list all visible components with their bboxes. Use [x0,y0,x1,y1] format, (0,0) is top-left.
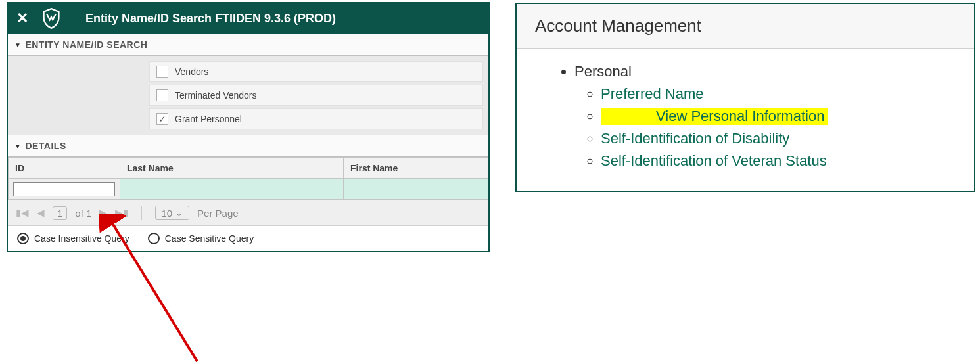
chevron-down-icon: ⌄ [175,207,183,219]
checkbox-label: Vendors [175,66,208,77]
table-header-row: ID Last Name First Name [9,158,488,179]
radio-label: Case Insensitive Query [34,233,129,244]
first-page-icon[interactable]: ▮◀ [16,207,29,219]
section-label: ENTITY NAME/ID SEARCH [25,39,147,50]
tree-root-personal: Personal Preferred Name View Personal In… [574,60,968,175]
details-table: ID Last Name First Name [8,157,488,200]
tree-item-view-personal-info[interactable]: View Personal Information [601,105,968,127]
radio-case-insensitive[interactable]: Case Insensitive Query [17,233,129,244]
link[interactable]: Preferred Name [601,85,704,102]
radio-label: Case Sensitive Query [165,233,254,244]
checkbox-icon [156,113,168,125]
tree-item-preferred-name[interactable]: Preferred Name [601,83,968,105]
query-options: Case Insensitive Query Case Sensitive Qu… [8,225,488,251]
radio-icon [148,233,160,244]
divider [141,206,142,220]
collapse-icon: ▼ [14,143,21,150]
section-details[interactable]: ▼ DETAILS [8,135,488,157]
title-bar: ✕ Entity Name/ID Search FTIIDEN 9.3.6 (P… [8,3,488,34]
table-row [9,179,488,200]
prev-page-icon[interactable]: ◀ [37,207,45,219]
ftiiden-window: ✕ Entity Name/ID Search FTIIDEN 9.3.6 (P… [7,2,490,252]
next-page-icon[interactable]: ▶ [99,207,107,219]
page-size-value: 10 [161,208,172,219]
page-of-label: of 1 [75,208,91,219]
col-id[interactable]: ID [9,158,120,179]
col-lastname[interactable]: Last Name [120,158,344,179]
pager: ▮◀ ◀ 1 of 1 ▶ ▶▮ 10 ⌄ Per Page [8,200,488,225]
checkbox-grant-personnel[interactable]: Grant Personnel [149,108,483,129]
radio-icon [17,233,29,244]
last-page-icon[interactable]: ▶▮ [115,207,128,219]
col-firstname[interactable]: First Name [344,158,488,179]
link[interactable]: View Personal Information [656,108,824,124]
account-management-panel: Account Management Personal Preferred Na… [515,3,975,192]
shield-icon [42,8,60,29]
radio-case-sensitive[interactable]: Case Sensitive Query [148,233,254,244]
close-icon[interactable]: ✕ [14,10,30,27]
per-page-label: Per Page [197,208,239,219]
tree-item-self-id-veteran[interactable]: Self-Identification of Veteran Status [601,150,968,172]
tree-item-self-id-disability[interactable]: Self-Identification of Disability [601,127,968,150]
panel-title: Account Management [517,4,974,49]
cell-firstname[interactable] [344,179,488,200]
id-input[interactable] [13,182,115,196]
checkbox-terminated-vendors[interactable]: Terminated Vendors [149,85,483,106]
nav-tree: Personal Preferred Name View Personal In… [517,49,974,191]
checkbox-vendors[interactable]: Vendors [149,61,483,82]
page-size-select[interactable]: 10 ⌄ [155,206,189,220]
link[interactable]: Self-Identification of Veteran Status [601,152,827,169]
checkbox-label: Grant Personnel [175,114,242,124]
section-label: DETAILS [25,141,66,151]
link[interactable]: Self-Identification of Disability [601,130,789,147]
collapse-icon: ▼ [14,41,21,49]
tree-root-label: Personal [574,63,632,79]
checkbox-label: Terminated Vendors [175,90,257,101]
checkbox-icon [156,66,168,78]
page-number[interactable]: 1 [53,206,67,220]
window-title: Entity Name/ID Search FTIIDEN 9.3.6 (PRO… [85,12,336,26]
section-entity-search[interactable]: ▼ ENTITY NAME/ID SEARCH [8,34,488,56]
cell-lastname[interactable] [120,179,344,200]
checkbox-icon [156,89,168,101]
checkbox-area: Vendors Terminated Vendors Grant Personn… [8,56,488,135]
